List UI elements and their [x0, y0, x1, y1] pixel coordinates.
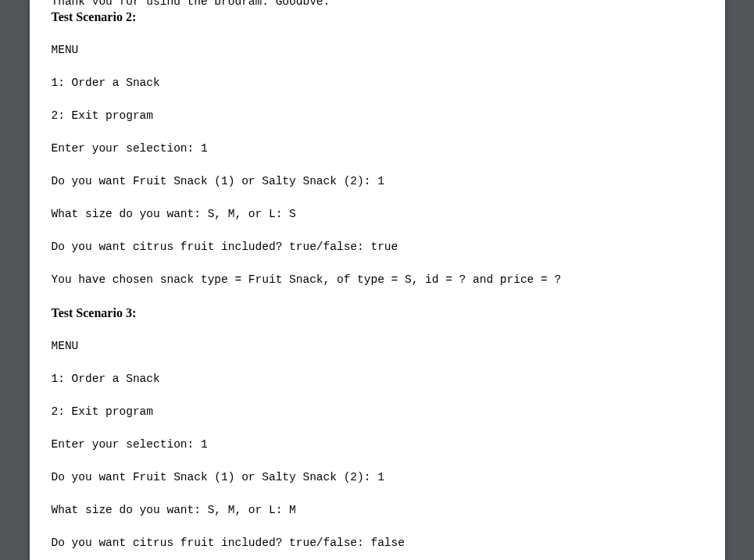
scenario-heading: Test Scenario 2:	[52, 10, 703, 24]
output-line: What size do you want: S, M, or L: M	[52, 502, 703, 519]
document-page: Thank you for using the program. Goodbye…	[30, 0, 725, 560]
scenario-output: MENU 1: Order a Snack 2: Exit program En…	[52, 26, 703, 305]
scenario-block: Test Scenario 2: MENU 1: Order a Snack 2…	[52, 10, 703, 305]
output-line: Do you want citrus fruit included? true/…	[52, 535, 703, 551]
output-line: 2: Exit program	[52, 108, 703, 124]
output-line: Enter your selection: 1	[52, 141, 703, 157]
cutoff-previous-line: Thank you for using the program. Goodbye…	[52, 0, 703, 5]
output-line: 1: Order a Snack	[52, 75, 703, 91]
scenario-heading: Test Scenario 3:	[52, 306, 703, 320]
output-line: Enter your selection: 1	[52, 437, 703, 453]
output-line: 1: Order a Snack	[52, 371, 703, 387]
scenario-block: Test Scenario 3: MENU 1: Order a Snack 2…	[52, 306, 703, 560]
output-line: You have chosen snack type = Fruit Snack…	[52, 272, 703, 288]
output-line: MENU	[52, 338, 703, 355]
output-line: What size do you want: S, M, or L: S	[52, 206, 703, 223]
output-line: Do you want Fruit Snack (1) or Salty Sna…	[52, 173, 703, 190]
output-line: Do you want Fruit Snack (1) or Salty Sna…	[52, 469, 703, 486]
scenario-output: MENU 1: Order a Snack 2: Exit program En…	[52, 322, 703, 560]
output-line: Do you want citrus fruit included? true/…	[52, 239, 703, 255]
output-line: 2: Exit program	[52, 404, 703, 420]
output-line: MENU	[52, 42, 703, 59]
